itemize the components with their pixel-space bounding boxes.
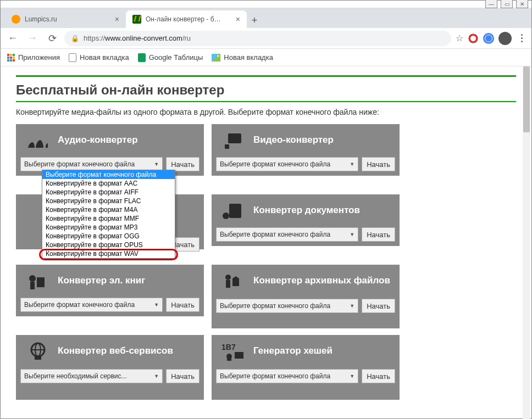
tab-strip: Lumpics.ru × Он-лайн конвертер - бесплат… [1,8,531,28]
window-maximize-button[interactable]: ▭ [501,0,513,8]
svg-rect-16 [227,356,231,361]
svg-rect-6 [30,282,35,289]
video-icon [220,129,247,151]
dropdown-option-aiff[interactable]: Конвертируйте в формат AIFF [42,188,175,197]
svg-rect-2 [225,144,229,149]
close-icon[interactable]: × [115,15,119,24]
card-audio: Аудио-конвертер Выберите формат конечног… [16,124,204,176]
card-ebook: Конвертер эл. книг Выберите формат конеч… [16,265,204,316]
profile-avatar[interactable] [498,32,512,45]
bookmark-star-icon[interactable]: ☆ [456,33,463,43]
format-select[interactable]: Выберите формат конечного файла [216,299,358,313]
window-titlebar: — ▭ ✕ [1,1,531,8]
extension-globe-icon[interactable] [483,33,494,44]
tab-lumpics[interactable]: Lumpics.ru × [5,10,126,28]
page-title: Бесплатный он-лайн конвертер [16,82,516,98]
address-bar: ← → ⟳ 🔒 https://www.online-convert.com/r… [1,28,531,49]
tab-online-convert[interactable]: Он-лайн конвертер - бесплатно × [126,10,247,28]
tab-title: Он-лайн конвертер - бесплатно [146,15,223,23]
card-title: Конвертер архивных файлов [253,275,390,286]
svg-rect-3 [229,204,241,218]
window-close-button[interactable]: ✕ [516,0,528,8]
document-icon [220,199,247,221]
svg-rect-9 [226,280,230,288]
svg-rect-13 [35,356,41,360]
card-docs: Конвертер документов Выберите формат кон… [212,194,400,246]
card-title: Генератор хешей [253,345,332,356]
svg-rect-17 [235,352,243,359]
bookmark-apps[interactable]: Приложения [7,53,60,62]
svg-point-8 [225,275,231,280]
service-select[interactable]: Выберите необходимый сервис... [20,369,163,383]
extension-opera-icon[interactable] [468,33,479,44]
format-select[interactable]: Выберите формат конечного файла [216,157,358,171]
apps-icon [7,54,15,62]
browser-menu-button[interactable] [516,34,527,42]
bookmark-label: Приложения [18,53,60,62]
file-icon [69,53,76,62]
card-title: Конвертер документов [253,205,360,216]
dropdown-option-flac[interactable]: Конвертируйте в формат FLAC [42,197,175,205]
start-button[interactable]: Начать [362,299,395,313]
lock-icon: 🔒 [71,35,79,42]
bookmark-newtab-2[interactable]: Новая вкладка [212,53,273,62]
reload-button[interactable]: ⟳ [45,31,60,46]
card-video: Видео-конвертер Выберите формат конечног… [212,124,400,176]
dropdown-option-ogg[interactable]: Конвертируйте в формат OGG [42,232,175,241]
vertical-scrollbar[interactable] [523,66,530,419]
back-button[interactable]: ← [5,31,20,46]
card-archive: Конвертер архивных файлов Выберите форма… [212,265,400,328]
hash-icon: 1B7 [220,340,247,362]
sheets-icon [138,53,146,62]
card-hash: 1B7 Генератор хешей Выберите формат коне… [212,335,400,400]
url-input[interactable]: 🔒 https://www.online-convert.com/ru [64,31,451,46]
format-dropdown[interactable]: Выберите формат конечного файла Конверти… [42,170,175,259]
web-icon [25,340,51,362]
card-title: Конвертер веб-сервисов [58,345,173,356]
forward-button[interactable]: → [25,31,40,46]
divider [16,101,516,102]
archive-icon [220,270,247,292]
audio-icon [25,129,51,151]
svg-rect-7 [37,277,45,287]
start-button[interactable]: Начать [362,369,395,383]
svg-point-4 [223,213,229,219]
page-subtitle: Конвертируйте медиа-файлы из одного форм… [16,108,516,116]
format-select[interactable]: Выберите формат конечного файла [20,298,163,312]
bookmark-newtab-1[interactable]: Новая вкладка [69,53,129,62]
window-minimize-button[interactable]: — [485,0,497,8]
card-title: Аудио-конвертер [58,135,138,146]
start-button[interactable]: Начать [362,157,395,171]
bookmark-label: Новая вкладка [224,53,273,62]
svg-point-5 [29,275,36,282]
svg-text:1B7: 1B7 [221,343,236,351]
dropdown-option-mp3[interactable]: Конвертируйте в формат MP3 [42,223,175,232]
new-tab-button[interactable]: + [247,13,262,28]
card-web: Конвертер веб-сервисов Выберите необходи… [16,335,204,400]
bookmark-label: Новая вкладка [80,53,129,62]
close-icon[interactable]: × [236,15,240,24]
start-button[interactable]: Начать [166,369,199,383]
bookmark-label: Google Таблицы [149,53,203,62]
bookmark-sheets[interactable]: Google Таблицы [138,53,203,62]
dropdown-option-aac[interactable]: Конвертируйте в формат AAC [42,179,175,188]
dropdown-option-m4a[interactable]: Конвертируйте в формат M4A [42,205,175,214]
dropdown-option-wav[interactable]: Конвертируйте в формат WAV [42,249,175,258]
bookmarks-bar: Приложения Новая вкладка Google Таблицы … [1,49,531,66]
ebook-icon [25,270,51,292]
picture-icon [212,54,220,62]
card-title: Видео-конвертер [253,135,334,146]
dropdown-option-placeholder[interactable]: Выберите формат конечного файла [42,170,175,179]
favicon-icon [132,15,141,24]
start-button[interactable]: Начать [362,227,395,242]
divider [16,75,516,77]
favicon-icon [12,15,20,24]
dropdown-option-opus[interactable]: Конвертируйте в формат OPUS [42,241,175,249]
tab-title: Lumpics.ru [25,15,57,23]
scrollbar-thumb[interactable] [523,66,530,132]
url-text: https://www.online-convert.com/ru [84,34,191,42]
start-button[interactable]: Начать [166,298,199,312]
dropdown-option-mmf[interactable]: Конвертируйте в формат MMF [42,214,175,223]
format-select[interactable]: Выберите формат конечного файла [216,227,358,242]
format-select[interactable]: Выберите формат конечного файла [216,369,358,383]
